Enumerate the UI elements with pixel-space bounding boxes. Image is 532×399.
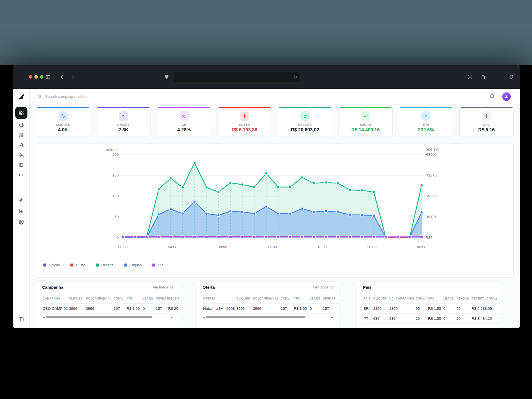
tab-overview-icon[interactable] [507,73,515,81]
cliques-point[interactable] [241,211,244,213]
ver-todos-link[interactable]: Ver todos [313,285,334,289]
cliques-point[interactable] [277,212,280,215]
receita-point[interactable] [349,189,351,191]
scrollbar-thumb[interactable] [46,316,152,318]
stat-card-epc[interactable]: EPCR$ 5,16 [459,107,514,136]
download-icon[interactable] [466,73,474,81]
cr-point[interactable] [300,235,304,239]
cliques-point[interactable] [205,212,208,215]
cr-point[interactable] [241,235,244,239]
sidebar-item-links[interactable] [15,170,27,180]
receita-point[interactable] [325,181,328,184]
sidebar-item-split-tests[interactable] [15,150,27,160]
receita-point[interactable] [337,182,339,185]
scroll-left-icon[interactable]: ◀ [43,316,45,319]
receita-point[interactable] [420,184,423,187]
cliques-point[interactable] [337,211,339,213]
forward-icon[interactable] [68,73,77,81]
zoom-button[interactable] [40,75,44,79]
sidebar-item-settings[interactable] [15,216,27,227]
cr-point[interactable] [384,235,387,239]
cr-point[interactable] [408,235,411,239]
sidebar-collapse[interactable] [15,314,27,324]
cliques-point[interactable] [193,200,196,203]
cr-point[interactable] [133,235,136,239]
cr-point[interactable] [336,235,340,239]
close-button[interactable] [29,75,32,79]
cliques-point[interactable] [372,214,375,217]
horizontal-scrollbar[interactable]: ◀▶ [43,316,173,319]
stat-card-receita[interactable]: RECEITAR$ 20.603,02 [278,107,332,136]
scrollbar-thumb[interactable] [206,316,305,318]
cr-point[interactable] [169,235,172,239]
notifications-bell-icon[interactable] [489,93,495,100]
sidebar-toggle-icon[interactable] [44,73,52,81]
stat-card-custo[interactable]: CUSTOR$ 6.193,86 [217,107,272,136]
cliques-point[interactable] [181,212,184,215]
cliques-point[interactable] [301,207,303,210]
receita-point[interactable] [169,177,172,180]
app-logo[interactable] [13,89,29,104]
cr-point[interactable] [348,235,352,239]
receita-point[interactable] [313,182,315,185]
reload-icon[interactable] [293,75,298,79]
cr-point[interactable] [277,235,280,239]
cr-point[interactable] [396,235,399,239]
legend-item-únicos[interactable]: Únicos [43,263,60,267]
sidebar-item-campaigns[interactable] [15,120,27,130]
cr-point[interactable] [157,235,160,239]
scrollbar-track[interactable] [206,316,330,318]
search-input[interactable] [45,94,162,99]
cr-point[interactable] [217,235,220,239]
new-tab-icon[interactable] [493,73,501,81]
scroll-right-icon[interactable]: ▶ [171,316,173,319]
ver-todos-link[interactable]: Ver todos [153,285,173,289]
sidebar-item-landing-pages[interactable] [15,140,27,150]
cr-point[interactable] [253,235,256,239]
scroll-left-icon[interactable]: ◀ [203,316,205,319]
cr-point[interactable] [265,235,268,239]
cliques-point[interactable] [360,214,363,216]
cliques-point[interactable] [217,214,220,217]
receita-point[interactable] [193,162,196,164]
cr-point[interactable] [420,235,423,239]
sidebar-item-dashboard[interactable] [15,107,27,119]
cliques-point[interactable] [325,210,328,213]
sidebar-item-offers[interactable] [15,130,27,140]
stat-card-roi[interactable]: ROI232.6% [399,107,453,136]
receita-point[interactable] [157,188,160,191]
cr-point[interactable] [205,235,208,239]
legend-item-cliques[interactable]: Cliques [124,263,142,267]
receita-point[interactable] [217,191,220,193]
cr-point[interactable] [288,235,292,239]
sidebar-item-reports[interactable] [15,205,27,216]
scroll-right-icon[interactable]: ▶ [331,316,333,319]
cliques-point[interactable] [265,205,268,208]
cr-point[interactable] [145,235,149,239]
cliques-point[interactable] [253,212,256,215]
sidebar-item-domains[interactable] [15,160,27,170]
cr-point[interactable] [324,235,328,239]
receita-point[interactable] [181,186,184,189]
cr-point[interactable] [193,235,196,239]
cliques-point[interactable] [420,211,423,214]
receita-point[interactable] [360,189,363,192]
receita-point[interactable] [372,191,375,193]
cr-point[interactable] [181,235,184,239]
receita-point[interactable] [253,186,256,188]
receita-point[interactable] [205,186,208,189]
stat-card-cr[interactable]: CR4.28% [157,107,211,136]
cr-point[interactable] [312,235,316,239]
user-avatar[interactable] [502,92,511,101]
legend-item-receita[interactable]: Receita [96,263,114,267]
back-icon[interactable] [58,73,66,81]
receita-point[interactable] [229,181,232,184]
minimize-button[interactable] [34,75,38,79]
stat-card-lucro[interactable]: LUCROR$ 14.409,16 [338,107,393,136]
address-bar[interactable] [174,72,300,82]
horizontal-scrollbar[interactable]: ◀▶ [203,316,333,319]
cliques-point[interactable] [157,213,160,216]
share-icon[interactable] [479,73,487,81]
receita-point[interactable] [265,172,268,175]
receita-point[interactable] [277,186,280,188]
